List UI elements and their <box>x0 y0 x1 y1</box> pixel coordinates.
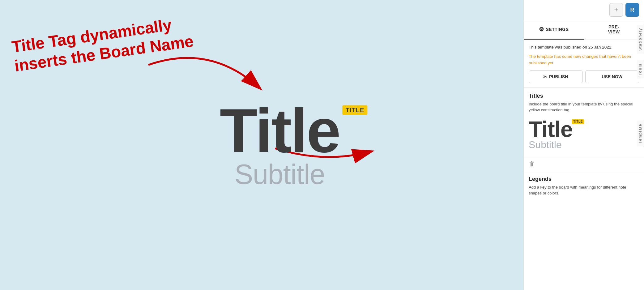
mini-board-title: Title <box>529 117 573 142</box>
delete-icon[interactable]: 🗑 <box>529 160 535 168</box>
settings-panel: ⚙ SETTINGS PRE-VIEW This template was pu… <box>524 20 644 88</box>
canvas: Title Tag dynamically inserts the Board … <box>0 0 523 290</box>
publish-button[interactable]: ✂ PUBLISH <box>529 70 583 83</box>
mini-title-wrapper: Title TITLE <box>529 118 573 140</box>
preview-tab-label: PRE-VIEW <box>608 24 620 34</box>
legends-section: Legends Add a key to the board with mean… <box>524 171 644 290</box>
toolbar-row: + R <box>524 0 644 20</box>
published-text: This template was published on 25 Jan 20… <box>529 44 639 50</box>
sidebar: + R Stationery Tools Template ⚙ SETTINGS… <box>523 0 644 290</box>
tab-settings[interactable]: ⚙ SETTINGS <box>524 20 584 40</box>
titles-heading: Titles <box>529 93 639 99</box>
action-buttons: ✂ PUBLISH USE NOW <box>529 70 639 83</box>
titles-section: Titles Include the board title in your t… <box>524 88 644 157</box>
settings-content: This template was published on 25 Jan 20… <box>524 40 644 87</box>
tab-preview[interactable]: PRE-VIEW <box>584 20 644 40</box>
publish-icon: ✂ <box>543 74 547 80</box>
add-button[interactable]: + <box>609 3 623 17</box>
title-main-wrapper: Title TITLE <box>220 100 340 162</box>
legends-desc: Add a key to the board with meanings for… <box>529 184 639 196</box>
mini-title-tag: TITLE <box>572 119 584 124</box>
annotation-text: Title Tag dynamically inserts the Board … <box>11 12 194 76</box>
tools-tab[interactable]: Tools <box>637 60 644 79</box>
titles-desc: Include the board title in your template… <box>529 101 639 113</box>
settings-tabs: ⚙ SETTINGS PRE-VIEW <box>524 20 644 40</box>
board-title: Title <box>220 96 340 165</box>
r-button[interactable]: R <box>625 3 639 17</box>
unpublished-text: The template has some new changes that h… <box>529 53 639 66</box>
gear-icon: ⚙ <box>539 26 544 33</box>
delete-icon-area: 🗑 <box>524 157 644 171</box>
use-now-button[interactable]: USE NOW <box>585 70 639 83</box>
title-tag-badge: TITLE <box>343 105 368 115</box>
stationery-tab[interactable]: Stationery <box>637 25 644 54</box>
legends-heading: Legends <box>529 176 639 182</box>
title-block: Title TITLE Subtitle <box>220 100 340 190</box>
